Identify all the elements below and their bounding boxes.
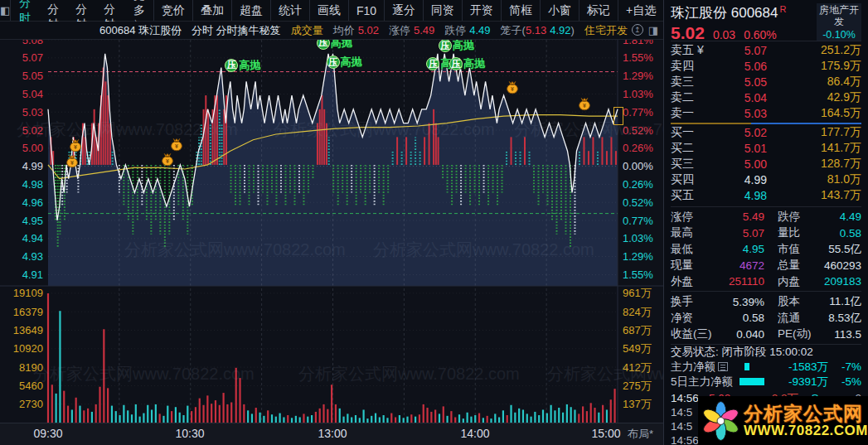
pct-axis-label: 0.77% — [623, 215, 653, 227]
price-change-pct: 0.60% — [744, 28, 777, 41]
stats-row-3: 现量4672总量460293 — [671, 257, 861, 273]
main-flow-value: -1583万 — [788, 360, 828, 375]
ask-price: 5.03 — [719, 107, 767, 120]
tool-item-0[interactable]: 竞价 — [153, 0, 192, 21]
list-icon[interactable] — [718, 362, 728, 371]
ask-volume: 164.5万 — [767, 106, 861, 121]
chart-header-icons: ↥ ◨ — [632, 24, 658, 36]
tool-item-5[interactable]: F10 — [348, 0, 384, 21]
stat-value: 4.95 — [727, 243, 764, 255]
intraday-chart[interactable]: 5.085.075.055.045.035.025.004.994.984.96… — [0, 40, 663, 423]
bid-volume: 128.7万 — [767, 157, 861, 172]
ask-price: 5.05 — [719, 75, 767, 89]
time-tick-14:00: 14:00 — [460, 427, 489, 440]
chart-pane: ◧ 分时1分钟5分钟15分钟更多 〉 竞价叠加超盘统计画线F10逐分同资开资简框… — [0, 0, 663, 445]
ask-row-0[interactable]: 卖五 ¥5.07251.2万 — [671, 43, 861, 59]
flow5-pct: -5% — [828, 375, 861, 388]
bid-price: 4.98 — [719, 189, 767, 202]
top-menu-bar: ◧ 分时1分钟5分钟15分钟更多 〉 竞价叠加超盘统计画线F10逐分同资开资简框… — [0, 0, 663, 22]
tool-item-6[interactable]: 逐分 — [384, 0, 423, 21]
price-axis-label: 5.03 — [22, 106, 43, 119]
price-axis-label: 4.94 — [22, 232, 43, 244]
stat-value: 11.1亿 — [824, 294, 861, 309]
stat-value: 209183 — [824, 275, 861, 288]
price-axis-label: 4.99 — [22, 160, 43, 172]
industry-box[interactable]: 房地产开发 -0.10% — [817, 3, 861, 41]
bid-row-4[interactable]: 买五4.98143.7万 — [671, 188, 861, 204]
stock-name-code[interactable]: 珠江股份 600684 — [671, 5, 778, 21]
volume-amount-label: 275万 — [623, 380, 652, 392]
cage-close-paren: ) — [571, 24, 575, 36]
bid-price: 4.99 — [719, 173, 767, 186]
stat-label: 外盘 — [671, 274, 727, 289]
ask-row-4[interactable]: 卖一5.03164.5万 — [671, 106, 861, 122]
ask-volume: 175.9万 — [767, 59, 861, 74]
tool-item-8[interactable]: 开资 — [462, 0, 501, 21]
sector-tag[interactable]: 住宅开发 — [584, 23, 628, 38]
flow5-label: 5日主力净额 — [671, 375, 733, 389]
volume-axis-label: 2730 — [19, 398, 43, 410]
cage-upper-value: 5.13 — [526, 24, 546, 36]
tool-item-2[interactable]: 超盘 — [231, 0, 270, 21]
stat-value: 5.49 — [727, 210, 764, 223]
limit-up-value: 5.49 — [414, 24, 434, 36]
pct-axis-label: 1.29% — [623, 250, 653, 263]
flow5-row: 5日主力净额 -9391万 -5% — [671, 375, 861, 389]
pct-axis-label: 0.52% — [623, 124, 653, 137]
main-flow-bar — [744, 363, 749, 370]
pct-axis-label: 0.00% — [623, 160, 653, 172]
price-axis-label: 4.91 — [22, 268, 43, 281]
time-tick-10:30: 10:30 — [175, 427, 204, 440]
tool-item-7[interactable]: 同资 — [423, 0, 462, 21]
layout-corner-label[interactable]: 布局* — [628, 427, 653, 442]
ask-row-1[interactable]: 卖四5.06175.9万 — [671, 59, 861, 75]
cage-label: 笼子( — [501, 23, 526, 38]
expand-up-icon[interactable]: ↥ — [632, 24, 643, 36]
pct-axis-label: 1.55% — [623, 51, 653, 64]
bid-volume: 177.7万 — [767, 125, 861, 140]
tool-item-1[interactable]: 叠加 — [192, 0, 231, 21]
volume-axis-label: 16379 — [13, 306, 43, 318]
stat-value: 4672 — [727, 259, 764, 272]
sidebar-toggle-icon[interactable]: ◧ — [0, 0, 11, 21]
bid-label: 买五 — [671, 188, 719, 203]
ask-label: 卖一 — [671, 106, 719, 121]
bid-row-1[interactable]: 买二5.01141.7万 — [671, 141, 861, 157]
pct-axis-label: 0.52% — [623, 196, 653, 209]
stat-value: 0.58 — [824, 227, 861, 239]
stat-value: 0.040 — [727, 328, 764, 341]
volume-amount-label: 961万 — [623, 287, 652, 299]
volume-amount-label: 687万 — [623, 324, 652, 336]
bid-row-0[interactable]: 买一5.02177.7万 — [671, 125, 861, 141]
tool-item-3[interactable]: 统计 — [270, 0, 309, 21]
bid-volume: 143.7万 — [767, 188, 861, 203]
vendor-url[interactable]: WWW.70822.COM — [744, 423, 868, 438]
limit-down-label: 跌停 — [444, 23, 466, 38]
stat-label: 换手 — [671, 294, 727, 309]
stats-row-2: 最低4.95市值55.5亿 — [671, 241, 861, 258]
flow5-bar — [739, 378, 764, 385]
volume-indicator-label[interactable]: 成交量 — [291, 23, 323, 38]
price-axis-label: 4.93 — [22, 250, 43, 263]
ask-volume: 251.2万 — [767, 43, 861, 58]
tool-item-11[interactable]: 标记 — [579, 0, 618, 21]
ask-row-3[interactable]: 卖二5.0442.9万 — [671, 90, 861, 106]
chart-view-name: 分时 分时擒牛秘笈 — [192, 23, 281, 38]
panel-layout-icon[interactable]: ◨ — [648, 24, 658, 36]
stat-value: 4.49 — [824, 210, 861, 223]
tool-item-9[interactable]: 简框 — [501, 0, 540, 21]
tool-item-4[interactable]: 画线 — [309, 0, 348, 21]
ask-label: 卖五 ¥ — [671, 43, 719, 58]
bid-label: 买二 — [671, 141, 719, 156]
pct-axis-label: 0.77% — [623, 106, 653, 119]
vendor-name: 分析家公式网 — [744, 404, 868, 423]
bid-row-3[interactable]: 买四4.9981.0万 — [671, 172, 861, 188]
stat-value: 0.58 — [727, 312, 764, 324]
bid-row-2[interactable]: 买三5.00128.7万 — [671, 157, 861, 172]
ask-row-2[interactable]: 卖三5.0586.4万 — [671, 75, 861, 90]
limit-up-label: 涨停 — [389, 23, 410, 38]
price-axis-label: 4.96 — [22, 196, 43, 209]
volume-axis-label: 8190 — [19, 361, 43, 374]
tool-item-12[interactable]: +自选 — [618, 0, 663, 21]
tool-item-10[interactable]: 小窗 — [540, 0, 579, 21]
